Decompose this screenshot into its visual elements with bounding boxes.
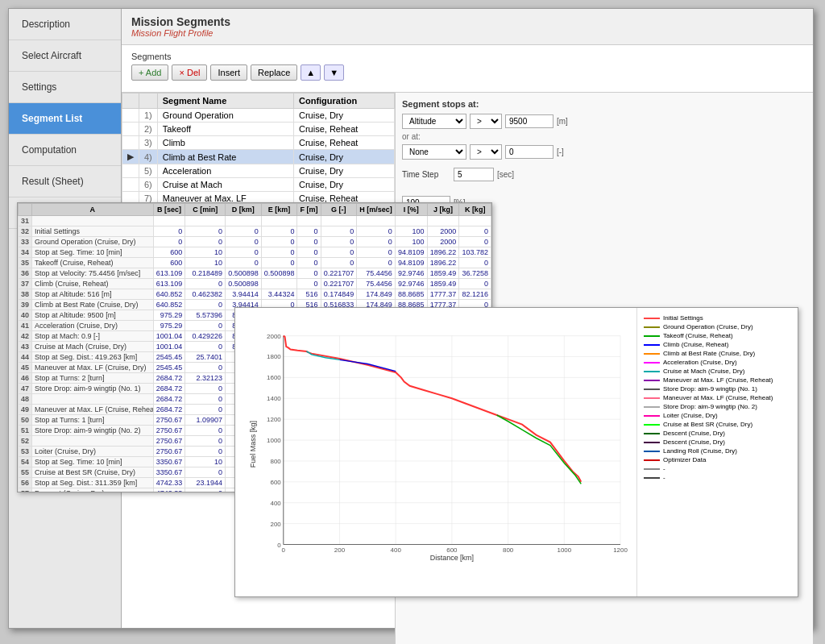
data-cell: 100: [395, 226, 427, 237]
data-cell: 0: [153, 226, 185, 237]
legend-label: Landing Roll (Cruise, Dry): [663, 447, 737, 455]
row-label: Stop at Seg. Time: 10 [min]: [32, 247, 154, 258]
del-button[interactable]: × Del: [172, 64, 207, 81]
col-header-rownum: [19, 204, 32, 216]
data-cell: 0.218489: [185, 268, 226, 279]
legend-item: Store Drop: aim-9 wingtip (No. 2): [644, 403, 791, 410]
data-cell: 3.94414: [226, 289, 262, 300]
legend-item: Acceleration (Cruise, Dry): [644, 359, 791, 366]
row-label: [32, 394, 154, 405]
or-at-row: or at:: [402, 132, 806, 141]
segment-row[interactable]: 3) Climb Cruise, Reheat: [122, 136, 395, 150]
data-cell: 0: [226, 258, 262, 268]
data-cell: 0.462382: [185, 289, 226, 300]
data-cell: 0.429226: [185, 331, 226, 342]
legend-label: Acceleration (Cruise, Dry): [663, 359, 737, 366]
data-cell: 0.500898: [261, 268, 297, 279]
data-cell: 2684.72: [153, 373, 185, 384]
data-cell: 0: [185, 279, 226, 289]
data-cell: 0: [226, 247, 262, 258]
data-cell: [357, 216, 396, 226]
segment-row[interactable]: 5) Acceleration Cruise, Dry: [122, 164, 395, 178]
data-cell: 0: [321, 237, 357, 247]
svg-text:1200: 1200: [613, 546, 628, 554]
stop-type-2-select[interactable]: NoneAltitudeDistance: [402, 144, 466, 160]
row-label: Stop at Turns: 2 [turn]: [32, 373, 154, 384]
data-cell: 82.1216: [459, 289, 491, 300]
svg-text:1600: 1600: [267, 374, 281, 381]
data-cell: 1859.49: [427, 268, 459, 279]
move-down-button[interactable]: ▼: [324, 64, 344, 81]
data-cell: 0: [185, 321, 226, 331]
col-header-B: B [sec]: [153, 204, 185, 216]
legend-label: Store Drop: aim-9 wingtip (No. 1): [663, 385, 757, 393]
table-row: 33 Ground Operation (Cruise, Dry) 000000…: [19, 237, 491, 247]
row-label: Maneuver at Max. LF (Cruise, Reheat): [32, 405, 154, 415]
data-cell: 0: [226, 237, 262, 247]
stop-unit-1: [m]: [557, 117, 568, 126]
data-cell: 0.500898: [226, 268, 262, 279]
svg-text:400: 400: [391, 546, 402, 554]
segment-row[interactable]: 1) Ground Operation Cruise, Dry: [122, 109, 395, 123]
insert-button[interactable]: Insert: [210, 64, 247, 81]
stops-row-1: AltitudeDistanceTimeNone >< [m]: [402, 114, 806, 129]
data-cell: 92.9746: [395, 268, 427, 279]
stop-val-2-input[interactable]: [505, 145, 553, 159]
stop-type-1-select[interactable]: AltitudeDistanceTimeNone: [402, 114, 466, 129]
data-cell: 0: [185, 384, 226, 394]
row-label: Descent (Cruise, Dry): [32, 488, 154, 492]
row-label: Stop at Mach: 0.9 [-]: [32, 331, 154, 342]
data-cell: 0: [261, 226, 297, 237]
col-header-F: F [m]: [297, 204, 321, 216]
data-cell: 2684.72: [153, 405, 185, 415]
stop-op-1-select[interactable]: ><: [470, 114, 502, 129]
y-axis-label: Fuel Mass [kg]: [249, 421, 257, 467]
data-cell: 0: [297, 279, 321, 289]
data-cell: 600: [153, 247, 185, 258]
row-label: Maneuver at Max. LF (Cruise, Dry): [32, 363, 154, 373]
toolbar: + Add × Del Insert Replace ▲ ▼: [131, 64, 803, 81]
segment-row[interactable]: 6) Cruise at Mach Cruise, Dry: [122, 178, 395, 192]
row-label: Takeoff (Cruise, Reheat): [32, 258, 154, 268]
row-num: 55: [19, 467, 32, 478]
stop-val-1-input[interactable]: [505, 114, 553, 128]
legend-line: [644, 326, 660, 328]
sidebar-item-result-sheet[interactable]: Result (Sheet): [9, 166, 121, 197]
data-cell: 2000: [427, 237, 459, 247]
add-button[interactable]: + Add: [131, 64, 168, 81]
segment-row[interactable]: 2) Takeoff Cruise, Reheat: [122, 123, 395, 136]
sidebar-item-computation[interactable]: Computation: [9, 135, 121, 166]
table-row: 35 Takeoff (Cruise, Reheat) 600100000094…: [19, 258, 491, 268]
data-cell: 0: [357, 258, 396, 268]
data-cell: [261, 279, 297, 289]
svg-text:1400: 1400: [267, 395, 281, 402]
segment-row[interactable]: ▶ 4) Climb at Best Rate Cruise, Dry: [122, 150, 395, 164]
move-up-button[interactable]: ▲: [301, 64, 321, 81]
legend-line: [644, 477, 660, 479]
timestep-input[interactable]: [454, 168, 494, 181]
legend-label: Loiter (Cruise, Dry): [663, 412, 718, 419]
stop-op-2-select[interactable]: ><: [470, 144, 502, 160]
svg-text:1800: 1800: [267, 353, 281, 360]
data-cell: 613.109: [153, 268, 185, 279]
legend-item: Cruise at Mach (Cruise, Dry): [644, 368, 791, 375]
row-num: 3): [139, 136, 158, 150]
data-cell: 0.221707: [321, 279, 357, 289]
row-num: 41: [19, 321, 32, 331]
col-num: [139, 93, 158, 109]
legend-item: Ground Operation (Cruise, Dry): [644, 323, 791, 330]
segment-table: Segment Name Configuration 1) Ground Ope…: [122, 93, 395, 206]
svg-text:1000: 1000: [557, 546, 571, 554]
data-cell: 2000: [427, 226, 459, 237]
svg-text:1200: 1200: [267, 416, 281, 423]
sidebar-item-description[interactable]: Description: [9, 9, 121, 40]
data-cell: 0: [185, 436, 226, 447]
data-cell: [153, 216, 185, 226]
replace-button[interactable]: Replace: [251, 64, 297, 81]
row-label: Stop at Velocity: 75.4456 [m/sec]: [32, 268, 154, 279]
data-cell: 0: [261, 237, 297, 247]
sidebar-item-select-aircraft[interactable]: Select Aircraft: [9, 40, 121, 72]
sidebar-item-settings[interactable]: Settings: [9, 72, 121, 103]
sidebar-item-segment-list[interactable]: Segment List: [9, 103, 121, 135]
chart-overlay: 0200400600800100012001400160018002000 02…: [234, 307, 798, 597]
